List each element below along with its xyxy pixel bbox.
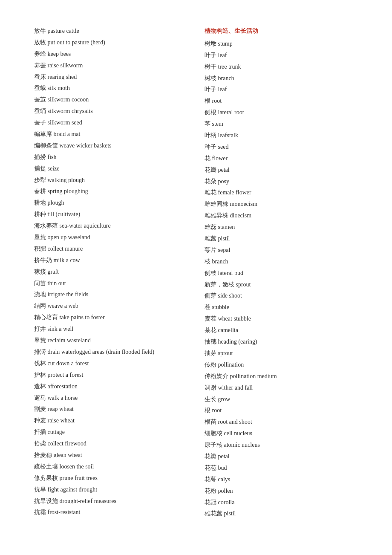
list-item: 生长 grow	[205, 394, 358, 405]
list-item: 蚕蛾 silk moth	[34, 83, 187, 94]
list-item: 蚕子 silkworm seed	[34, 117, 187, 128]
list-item: 护林 protect a forest	[34, 370, 187, 381]
list-item: 挤牛奶 milk a cow	[34, 255, 187, 266]
list-item: 新芽，嫩枝 sprout	[205, 279, 358, 290]
list-item: 春耕 spring ploughing	[34, 186, 187, 197]
list-item: 蚕茧 silkworm cocoon	[34, 94, 187, 105]
list-item: 花 flower	[205, 153, 358, 164]
main-content: 放牛 pasture cattle放牧 put out to pasture (…	[34, 26, 358, 520]
list-item: 编草席 braid a mat	[34, 129, 187, 140]
list-item: 侧枝 lateral bud	[205, 268, 358, 279]
list-item: 扦插 cuttage	[34, 427, 187, 438]
list-item: 打井 sink a well	[34, 324, 187, 335]
list-item: 侧芽 side shoot	[205, 290, 358, 301]
list-item: 花瓣 petal	[205, 451, 358, 462]
list-item: 细胞核 cell nucleus	[205, 428, 358, 439]
list-item: 疏松土壤 loosen the soil	[34, 461, 187, 472]
list-item: 排涝 drain waterlogged areas (drain floode…	[34, 347, 187, 358]
list-item: 造林 afforestation	[34, 381, 187, 392]
list-item: 原子核 atomic nucleus	[205, 439, 358, 451]
list-item: 垦荒 open up waseland	[34, 232, 187, 243]
list-item: 雌雄异株 dioecism	[205, 210, 358, 221]
list-item: 抽穗 heading (earing)	[205, 336, 358, 347]
list-item: 叶子 leaf	[205, 50, 358, 61]
list-item: 养蚕 raise silkworm	[34, 60, 187, 71]
list-item: 浇地 irrigate the fields	[34, 289, 187, 300]
list-item: 拾柴 collect firewood	[34, 438, 187, 449]
list-item: 茬 stubble	[205, 302, 358, 313]
list-item: 种子 seed	[205, 142, 358, 153]
list-item: 传粉媒介 pollination medium	[205, 371, 358, 382]
list-item: 树枝 branch	[205, 73, 358, 84]
list-item: 树墩 stump	[205, 38, 358, 49]
list-item: 遛马 walk a horse	[34, 393, 187, 404]
list-item: 根苗 root and shoot	[205, 416, 358, 428]
list-item: 伐林 cut down a forest	[34, 358, 187, 369]
right-column: 植物构造、生长活动树墩 stump叶子 leaf树干 tree trunk树枝 …	[205, 26, 358, 520]
left-column: 放牛 pasture cattle放牧 put out to pasture (…	[34, 26, 187, 520]
list-item: 茎 stem	[205, 119, 358, 130]
list-item: 精心培育 take pains to foster	[34, 312, 187, 323]
list-item: 间苗 thin out	[34, 278, 187, 289]
list-item: 花冠 corolla	[205, 497, 358, 508]
list-item: 抗旱设施 drought-relief measures	[34, 496, 187, 507]
list-item: 雄花蕊 pistil	[205, 508, 358, 519]
list-item: 结网 weave a web	[34, 301, 187, 312]
list-item: 耕地 plough	[34, 197, 187, 208]
list-item: 抽芽 sprout	[205, 348, 358, 359]
list-item: 叶子 leaf	[205, 84, 358, 95]
list-item: 捕捞 fish	[34, 152, 187, 163]
list-item: 花朵 posy	[205, 176, 358, 187]
list-item: 抗霜 frost-resistant	[34, 507, 187, 518]
list-item: 耕种 till (cultivate)	[34, 209, 187, 220]
list-item: 花瓣 petal	[205, 165, 358, 176]
list-item: 编柳条筐 weave wicker baskets	[34, 140, 187, 151]
list-item: 放牧 put out to pasture (herd)	[34, 37, 187, 48]
list-item: 步犁 walking plough	[34, 175, 187, 186]
list-item: 抗旱 fight against drought	[34, 484, 187, 495]
list-item: 凋谢 wither and fall	[205, 382, 358, 393]
list-item: 积肥 collect manure	[34, 243, 187, 254]
list-item: 垦荒 reclaim wasteland	[34, 335, 187, 346]
list-item: 修剪果枝 prune fruit trees	[34, 473, 187, 484]
list-item: 稼接 graft	[34, 266, 187, 278]
list-item: 枝 branch	[205, 256, 358, 267]
section-header: 植物构造、生长活动	[205, 26, 358, 37]
list-item: 拾麦穗 glean wheat	[34, 450, 187, 461]
list-item: 根 root	[205, 405, 358, 416]
list-item: 雄蕊 stamen	[205, 222, 358, 233]
list-item: 茶花 camellia	[205, 325, 358, 336]
list-item: 雌花 female flower	[205, 187, 358, 198]
list-item: 萼片 sepal	[205, 245, 358, 256]
list-item: 传粉 pollination	[205, 359, 358, 370]
list-item: 树干 tree trunk	[205, 61, 358, 72]
list-item: 养蜂 keep bees	[34, 49, 187, 60]
list-item: 花苞 bud	[205, 462, 358, 474]
list-item: 叶柄 leafstalk	[205, 130, 358, 141]
list-item: 蚕床 rearing shed	[34, 72, 187, 83]
list-item: 雌蕊 pistil	[205, 233, 358, 244]
list-item: 侧根 lateral root	[205, 107, 358, 118]
list-item: 麦茬 wheat stubble	[205, 313, 358, 324]
list-item: 雌雄同株 monoecism	[205, 199, 358, 210]
list-item: 海水养殖 sea-water aquiculture	[34, 220, 187, 231]
list-item: 花粉 pollen	[205, 486, 358, 497]
list-item: 花萼 calys	[205, 474, 358, 485]
list-item: 放牛 pasture cattle	[34, 26, 187, 37]
list-item: 割麦 reap wheat	[34, 404, 187, 415]
list-item: 捕捉 seize	[34, 163, 187, 174]
list-item: 根 root	[205, 95, 358, 107]
list-item: 蚕蛹 silkworm chrysalis	[34, 106, 187, 117]
list-item: 种麦 raise wheat	[34, 415, 187, 426]
